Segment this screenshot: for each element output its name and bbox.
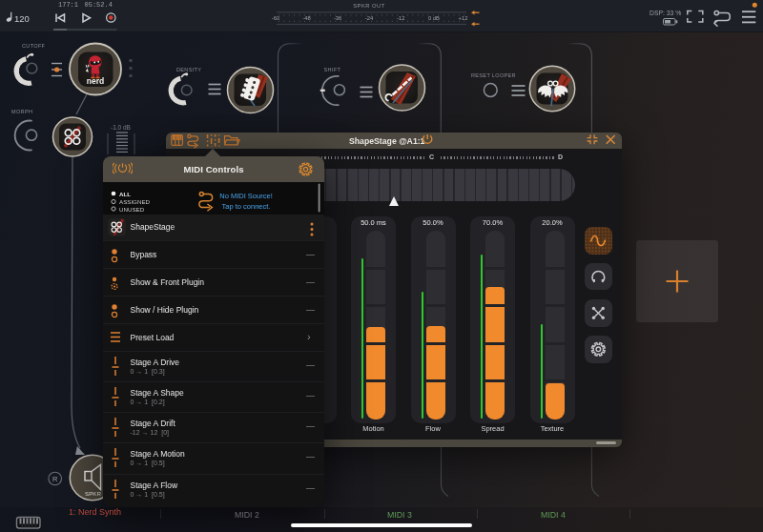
svg-text:+12: +12 [459,15,468,21]
svg-text:No MIDI Source!: No MIDI Source! [219,192,272,200]
svg-text:-12: -12 [397,15,404,21]
svg-text:UNUSED: UNUSED [119,205,145,212]
svg-text:-60: -60 [272,15,279,21]
svg-text:Tap to connect.: Tap to connect. [222,201,271,210]
svg-text:SPKR OUT: SPKR OUT [353,3,385,9]
svg-text:ShapeStage @A1:1: ShapeStage @A1:1 [349,136,425,146]
svg-text:nerd: nerd [87,76,104,86]
svg-text:120: 120 [14,13,30,24]
svg-text:DSP: 33 %: DSP: 33 % [650,10,681,16]
svg-text:SPKR: SPKR [85,490,101,497]
svg-text:0 dB: 0 dB [428,15,440,21]
svg-text:ALL: ALL [119,190,131,196]
svg-text:ASSIGNED: ASSIGNED [119,198,151,205]
